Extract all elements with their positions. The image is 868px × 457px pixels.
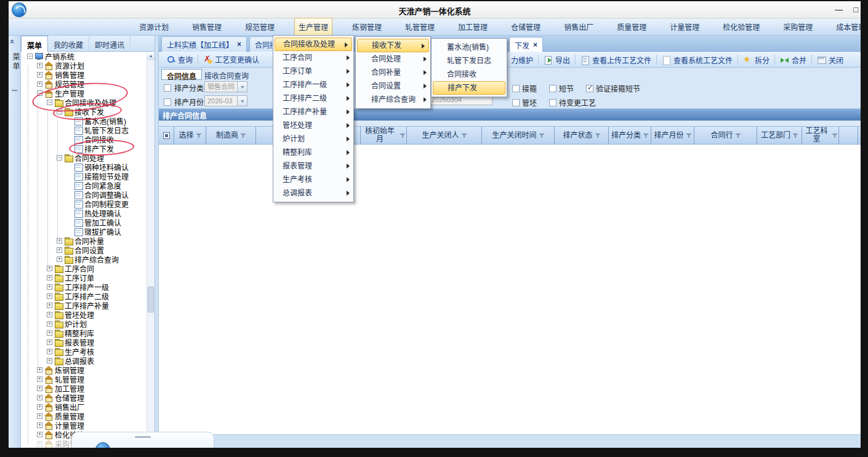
context-menu-item[interactable]: 工序合同 — [273, 51, 353, 65]
toolbar-button[interactable]: 查看系统工艺文件 — [658, 55, 736, 65]
scrollbar-thumb[interactable] — [148, 287, 154, 312]
checkbox[interactable] — [549, 99, 557, 106]
context-menu-item[interactable]: 精整利库 — [273, 146, 353, 159]
filter-tab-receive-query[interactable]: 接收合同查询 — [199, 69, 254, 80]
context-menu-item[interactable]: 排产综合查询 — [356, 93, 430, 106]
tree-node[interactable]: 合同制程变更 — [21, 199, 147, 209]
filter-funnel-icon[interactable] — [539, 133, 544, 138]
filter-funnel-icon[interactable] — [792, 133, 798, 138]
menubar-item[interactable]: 质量管理 — [613, 18, 650, 35]
tree-node[interactable]: 合同调整确认 — [21, 190, 147, 199]
toolbar-button[interactable]: 工艺变更确认 — [199, 54, 263, 65]
select-all-icon[interactable] — [163, 132, 170, 139]
column-header[interactable]: 排产状态 — [555, 127, 609, 144]
column-header[interactable]: 选择 — [174, 127, 206, 144]
menubar-item[interactable]: 销售管理 — [188, 18, 225, 35]
tree-toggle-icon[interactable]: + — [37, 376, 42, 382]
grid-bottom-strip[interactable] — [159, 434, 861, 448]
tree-toggle-icon[interactable]: + — [37, 404, 42, 410]
menubar-item[interactable]: 炼钢管理 — [348, 18, 385, 35]
context-menu-item[interactable]: 生产考核 — [273, 173, 353, 186]
tree-node[interactable]: +轧管管理 — [21, 375, 147, 384]
toolbar-button[interactable]: 查看上传工艺文件 — [577, 55, 655, 65]
context-menu-item[interactable]: 管坯处理 — [273, 119, 353, 132]
plan-class-select[interactable]: 销售合同 — [204, 81, 247, 92]
tree-toggle-icon[interactable]: + — [47, 340, 52, 345]
tree-node[interactable]: +管坯处理 — [21, 310, 147, 319]
plan-class-checkbox[interactable] — [164, 84, 171, 92]
tree-node[interactable]: 管加工确认 — [21, 218, 147, 227]
sidebar-tab[interactable]: 我的收藏 — [48, 36, 89, 51]
context-menu-item[interactable]: 轧管下发日志 — [432, 54, 507, 68]
tree-toggle-icon[interactable]: + — [37, 395, 42, 400]
tree-node[interactable]: −产销系统 — [21, 52, 147, 61]
tree-node[interactable]: +合同设置 — [21, 245, 147, 255]
context-menu-item[interactable]: 合同接收及处理 — [275, 38, 352, 51]
tree-toggle-icon[interactable]: + — [47, 358, 52, 364]
select-all-header-cell[interactable] — [159, 127, 174, 144]
context-menu-item[interactable]: 炉计划 — [273, 132, 353, 146]
tree-toggle-icon[interactable]: + — [47, 349, 52, 354]
checkbox[interactable] — [549, 85, 557, 92]
column-header[interactable]: 制造商 — [206, 127, 256, 144]
tree-toggle-icon[interactable]: + — [47, 303, 52, 308]
context-menu-item[interactable]: 蓄水池(销售) — [432, 41, 507, 54]
sidebar-tab[interactable]: 即时通讯 — [89, 36, 131, 51]
context-menu-item[interactable]: 接收下发 — [357, 39, 429, 52]
filter-funnel-icon[interactable] — [686, 133, 691, 138]
tree-node[interactable]: +质量管理 — [21, 411, 147, 421]
tree-node[interactable]: 轧管下发日志 — [21, 125, 147, 135]
collapse-chevron-icon[interactable]: « — [8, 39, 17, 44]
context-menu-item[interactable]: 合同补量 — [356, 66, 430, 79]
document-tab[interactable]: 上料实绩【加工线】× — [161, 36, 247, 52]
tree-toggle-icon[interactable]: + — [47, 312, 52, 317]
tree-node[interactable]: 合同紧急度 — [21, 181, 147, 190]
tree-toggle-icon[interactable]: + — [37, 72, 42, 77]
tab-close-icon[interactable]: × — [237, 40, 241, 49]
sidebar-tab[interactable]: 菜单 — [21, 36, 48, 52]
menubar-item[interactable]: 规范管理 — [241, 18, 278, 35]
toolbar-button[interactable]: 关闭 — [813, 55, 847, 65]
tree-toggle-icon[interactable]: + — [47, 284, 52, 290]
column-header[interactable]: 工艺部门 — [757, 127, 802, 144]
menubar-item[interactable]: 生产管理 — [294, 18, 332, 36]
context-menu-item[interactable]: 合同处理 — [356, 52, 430, 66]
context-menu-item[interactable]: 工序订单 — [273, 65, 353, 78]
toolbar-button[interactable]: 合并 — [776, 55, 810, 65]
checkbox[interactable] — [512, 85, 520, 92]
tree-node[interactable]: +仓储管理 — [21, 393, 147, 402]
menubar-item[interactable]: 资源计划 — [135, 18, 172, 35]
tree-node[interactable]: +工序排产二级 — [21, 292, 147, 301]
tree-toggle-icon[interactable]: + — [37, 432, 42, 437]
context-menu-item[interactable]: 工序排产二级 — [273, 92, 353, 105]
toolbar-button[interactable]: 查询 — [163, 54, 196, 65]
tree-node[interactable]: 镦拔扩确认 — [21, 227, 147, 236]
tree-toggle-icon[interactable]: + — [37, 441, 42, 447]
column-header[interactable]: 工艺科室 — [802, 127, 839, 144]
tree-toggle-icon[interactable]: + — [47, 293, 52, 299]
plan-month-select[interactable]: 2026-03 — [204, 95, 247, 106]
tree-toggle-icon[interactable]: + — [37, 423, 42, 428]
filter-funnel-icon[interactable] — [240, 133, 246, 138]
column-header[interactable] — [839, 127, 858, 144]
tree-toggle-icon[interactable]: + — [37, 386, 42, 391]
maximize-button[interactable]: □ — [853, 5, 858, 14]
tree-toggle-icon[interactable]: − — [27, 54, 33, 59]
filter-funnel-icon[interactable] — [595, 133, 600, 138]
menubar-item[interactable]: 采购管理 — [779, 18, 816, 35]
menubar-item[interactable]: 仓储管理 — [507, 18, 544, 35]
toolbar-button[interactable]: 力维护 — [507, 55, 537, 65]
column-header[interactable]: 生产关闭时间 — [482, 127, 555, 144]
column-header[interactable]: 排产月份 — [651, 127, 694, 144]
tree-toggle-icon[interactable]: + — [47, 275, 52, 280]
filter-funnel-icon[interactable] — [735, 133, 741, 138]
tree-node[interactable]: +总调报表 — [21, 356, 147, 365]
tree-node[interactable]: 接箍短节处理 — [21, 172, 147, 181]
tree-node[interactable]: +工序合同 — [21, 264, 147, 273]
tree-toggle-icon[interactable]: + — [57, 247, 62, 253]
filter-funnel-icon[interactable] — [643, 133, 648, 138]
menubar-item[interactable]: 计量管理 — [666, 18, 703, 35]
menubar-item[interactable]: 销售出厂 — [560, 18, 597, 35]
filter-funnel-icon[interactable] — [400, 133, 405, 138]
context-menu-item[interactable]: 合同接收 — [432, 68, 507, 81]
